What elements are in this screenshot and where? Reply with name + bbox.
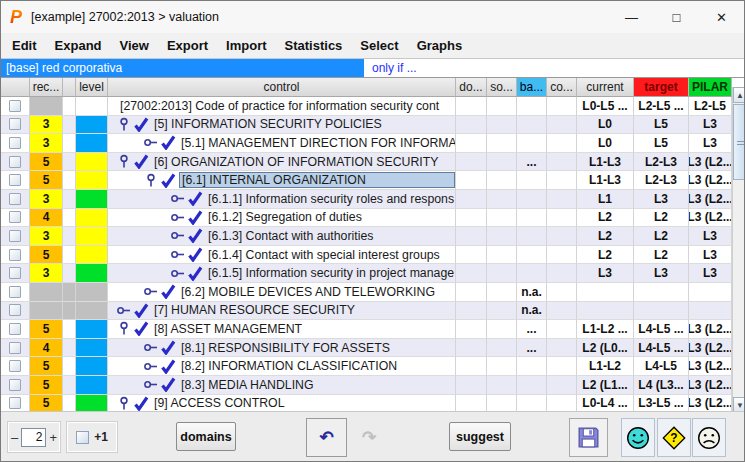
level-cell[interactable] [76, 209, 108, 228]
rec-cell[interactable]: 3 [30, 227, 63, 246]
expanded-node-icon[interactable] [117, 396, 131, 411]
menu-import[interactable]: Import [217, 33, 275, 58]
row-checkbox[interactable] [9, 249, 21, 261]
table-row[interactable]: 4[8.1] RESPONSIBILITY FOR ASSETS...L2 (L… [1, 339, 732, 358]
pilar-cell[interactable]: L3 (L2... [689, 190, 732, 209]
header-current[interactable]: current [577, 78, 634, 97]
table-row[interactable]: [6.2] MOBILE DEVICES AND TELEWORKINGn.a. [1, 283, 732, 302]
level-cell[interactable] [76, 264, 108, 283]
ba-cell[interactable] [517, 246, 547, 265]
current-cell[interactable]: L1-L3 [577, 153, 634, 172]
co-cell[interactable] [547, 357, 577, 376]
current-cell[interactable]: L1-L2 [577, 357, 634, 376]
co-cell[interactable] [547, 171, 577, 190]
spinner-value-field[interactable]: 2 [21, 428, 46, 447]
ba-cell[interactable] [517, 116, 547, 135]
ba-cell[interactable] [517, 227, 547, 246]
control-cell[interactable]: [6.1.2] Segregation of duties [108, 209, 456, 228]
target-cell[interactable]: L4-L5 [634, 357, 689, 376]
expanded-node-icon[interactable] [117, 321, 131, 336]
do-cell[interactable] [456, 171, 487, 190]
co-cell[interactable] [547, 376, 577, 395]
do-cell[interactable] [456, 376, 487, 395]
sad-face-button[interactable] [692, 418, 726, 457]
current-cell[interactable] [577, 283, 634, 302]
scrollbar-thumb[interactable] [733, 104, 745, 180]
level-cell[interactable] [76, 134, 108, 153]
collapsed-node-icon[interactable] [144, 340, 158, 355]
control-cell[interactable]: [27002:2013] Code of practice for inform… [108, 97, 456, 116]
target-cell[interactable]: L2 [634, 227, 689, 246]
so-cell[interactable] [487, 376, 517, 395]
table-row[interactable]: 3[6.1.5] Information security in project… [1, 264, 732, 283]
so-cell[interactable] [487, 320, 517, 339]
level-cell[interactable] [76, 376, 108, 395]
header-do[interactable]: do... [456, 78, 487, 97]
ba-cell[interactable] [517, 357, 547, 376]
ba-cell[interactable] [517, 209, 547, 228]
so-cell[interactable] [487, 153, 517, 172]
title-bar[interactable]: P [example] 27002:2013 > valuation — □ ✕ [1, 1, 744, 33]
pilar-cell[interactable]: L3 (L2... [689, 357, 732, 376]
spinner-decrement-button[interactable]: – [8, 430, 21, 445]
pilar-cell[interactable]: L3 (L2... [689, 376, 732, 395]
ba-cell[interactable]: ... [517, 320, 547, 339]
pilar-cell[interactable]: L3 [689, 246, 732, 265]
scope-selector[interactable]: [base] red corporativa [1, 59, 364, 77]
maximize-button[interactable]: □ [654, 1, 699, 33]
table-row[interactable]: 5[6.1] INTERNAL ORGANIZATIONL1-L3L2-L3L3… [1, 171, 732, 190]
header-ba[interactable]: ba... [517, 78, 547, 97]
current-cell[interactable] [577, 302, 634, 321]
table-row[interactable]: 5[6] ORGANIZATION OF INFORMATION SECURIT… [1, 153, 732, 172]
target-cell[interactable]: L5 [634, 134, 689, 153]
current-cell[interactable]: L0-L5 ... [577, 97, 634, 116]
rec-cell[interactable]: 3 [30, 116, 63, 135]
current-cell[interactable]: L1-L3 [577, 171, 634, 190]
pilar-cell[interactable]: L3 [689, 264, 732, 283]
scroll-up-button[interactable]: ▲ [733, 87, 745, 103]
rec-cell[interactable]: 5 [30, 357, 63, 376]
table-row[interactable]: 5[8] ASSET MANAGEMENT...L1-L2 ...L4-L5 .… [1, 320, 732, 339]
header-control[interactable]: control [108, 78, 456, 97]
ba-cell[interactable] [517, 97, 547, 116]
ba-cell[interactable]: n.a. [517, 283, 547, 302]
co-cell[interactable] [547, 227, 577, 246]
table-row[interactable]: 4[6.1.2] Segregation of dutiesL2L2L3 (L2… [1, 209, 732, 228]
header-rec[interactable]: rec... [30, 78, 63, 97]
do-cell[interactable] [456, 116, 487, 135]
so-cell[interactable] [487, 246, 517, 265]
ba-cell[interactable]: ... [517, 339, 547, 358]
so-cell[interactable] [487, 134, 517, 153]
row-checkbox[interactable] [9, 156, 21, 168]
level-cell[interactable] [76, 283, 108, 302]
rec-cell[interactable] [30, 302, 63, 321]
do-cell[interactable] [456, 302, 487, 321]
target-cell[interactable]: L2 [634, 246, 689, 265]
row-checkbox[interactable] [9, 211, 21, 223]
collapsed-node-icon[interactable] [171, 228, 185, 243]
do-cell[interactable] [456, 209, 487, 228]
target-cell[interactable]: L5 [634, 116, 689, 135]
menu-graphs[interactable]: Graphs [408, 33, 472, 58]
rec-cell[interactable] [30, 97, 63, 116]
menu-export[interactable]: Export [158, 33, 217, 58]
row-checkbox[interactable] [9, 304, 21, 316]
expanded-node-icon[interactable] [117, 117, 131, 132]
undo-button[interactable]: ↶ [306, 418, 347, 457]
pilar-cell[interactable]: L3 (L2... [689, 153, 732, 172]
target-cell[interactable] [634, 283, 689, 302]
row-checkbox[interactable] [9, 397, 21, 409]
minimize-button[interactable]: — [609, 1, 654, 33]
menu-view[interactable]: View [111, 33, 158, 58]
suggest-button[interactable]: suggest [449, 422, 511, 451]
level-cell[interactable] [76, 153, 108, 172]
pilar-cell[interactable]: L3 (L2... [689, 320, 732, 339]
so-cell[interactable] [487, 209, 517, 228]
menu-select[interactable]: Select [351, 33, 407, 58]
redo-button[interactable]: ↷ [351, 420, 387, 455]
row-checkbox[interactable] [9, 118, 21, 130]
co-cell[interactable] [547, 190, 577, 209]
ba-cell[interactable] [517, 190, 547, 209]
co-cell[interactable] [547, 339, 577, 358]
so-cell[interactable] [487, 190, 517, 209]
